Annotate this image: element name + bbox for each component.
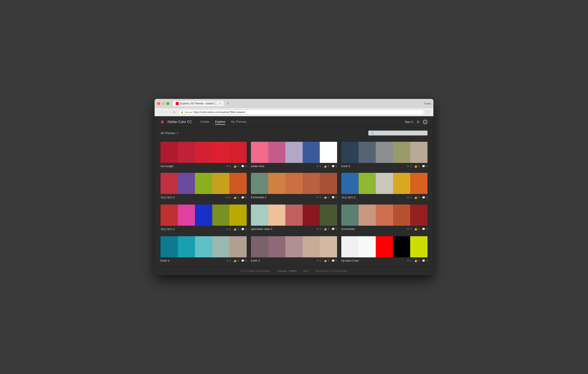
adobe-logo-icon: ⊕ — [160, 119, 166, 124]
active-tab[interactable]: Explore | All Themes - Adobe C... ✕ — [173, 101, 224, 106]
color-swatches[interactable] — [341, 142, 428, 163]
theme-meta: red tonight👁0👍0💬0 — [160, 165, 247, 168]
theme-card: 색상 테마 2👁0👍0💬0 — [160, 204, 247, 231]
footer: ⊙ A Creative Cloud Service Language: Eng… — [155, 267, 433, 275]
new-tab-button[interactable]: + — [225, 101, 231, 107]
color-swatch — [212, 204, 230, 226]
sign-in-button[interactable]: Sign In — [405, 120, 413, 123]
color-swatch — [195, 173, 212, 194]
app-name: Adobe Color CC — [167, 120, 192, 124]
color-swatches[interactable] — [160, 173, 247, 194]
app-header-right: Sign In ⊞ — [405, 120, 428, 124]
tab-close-button[interactable]: ✕ — [219, 102, 221, 105]
theme-card: Earth 5👁0👍0💬0 — [341, 142, 428, 168]
color-swatches[interactable] — [251, 142, 337, 163]
color-swatches[interactable] — [160, 204, 247, 226]
close-button[interactable] — [157, 102, 160, 105]
forward-button[interactable]: › — [164, 109, 170, 115]
color-swatch — [212, 142, 230, 163]
color-swatch — [160, 173, 178, 194]
nav-explore[interactable]: Explore — [215, 119, 225, 125]
search-input[interactable] — [375, 131, 425, 135]
views-stat: 👁0 — [316, 228, 321, 231]
footer-more[interactable]: More — [303, 270, 309, 272]
app-nav: Create Explore My Themes — [200, 119, 246, 125]
title-bar: Explore | All Themes - Adobe C... ✕ + Gu… — [155, 99, 433, 108]
color-swatch — [229, 173, 247, 194]
color-swatch — [160, 236, 178, 257]
likes-stat: 👍0 — [414, 228, 420, 231]
footer-language: Language: English — [277, 270, 296, 272]
apps-grid-icon[interactable]: ⊞ — [417, 120, 420, 124]
color-swatch — [178, 142, 195, 163]
color-swatches[interactable] — [341, 204, 428, 226]
theme-meta: Hp Main Color👁0👍0💬0 — [341, 259, 428, 262]
theme-stats: 👁0👍0💬0 — [316, 196, 337, 199]
color-swatch — [195, 142, 212, 163]
filter-label: All Themes — [160, 131, 175, 135]
color-swatch — [303, 236, 320, 257]
comments-stat: 💬0 — [241, 165, 247, 168]
theme-stats: 👁0👍0💬0 — [316, 165, 337, 168]
comments-stat: 💬0 — [332, 196, 337, 199]
comments-stat: 💬0 — [422, 259, 428, 262]
theme-name: 색상 테마 2 — [160, 227, 174, 231]
back-button[interactable]: ‹ — [157, 109, 163, 115]
theme-stats: 👁0👍0💬0 — [407, 165, 428, 168]
likes-stat: 👍0 — [233, 228, 239, 231]
theme-meta: Esmeralda👁0👍0💬0 — [341, 227, 428, 231]
color-swatch — [341, 204, 359, 226]
url-bar[interactable]: 🔒 Secure https://color.adobe.com/explore… — [179, 110, 424, 115]
color-swatch — [229, 236, 247, 257]
views-stat: 👁0 — [316, 165, 321, 168]
theme-name: Hp Main Color — [341, 259, 359, 262]
color-swatch — [359, 173, 376, 194]
color-swatches[interactable] — [251, 236, 337, 257]
theme-stats: 👁0👍0💬0 — [226, 228, 247, 231]
views-stat: 👁0 — [226, 196, 231, 199]
svg-point-0 — [424, 120, 427, 123]
likes-stat: 👍0 — [324, 259, 329, 262]
theme-card: Цветовая тема 3👁0👍0💬0 — [251, 204, 337, 231]
footer-legal: Terms of Use & Privacy Policy — [315, 270, 348, 272]
color-swatch — [320, 236, 337, 257]
theme-name: Esmeralda 2 — [251, 196, 266, 199]
color-swatches[interactable] — [251, 173, 337, 194]
browser-menu-button[interactable]: ⋮ — [425, 109, 431, 115]
color-swatch — [285, 236, 303, 257]
nav-my-themes[interactable]: My Themes — [231, 119, 246, 125]
color-swatches[interactable] — [160, 236, 247, 257]
color-swatch — [320, 173, 337, 194]
comments-stat: 💬0 — [332, 165, 337, 168]
refresh-button[interactable]: ↻ — [171, 109, 177, 115]
color-swatches[interactable] — [341, 236, 428, 257]
theme-meta: winter-time👁0👍0💬0 — [251, 165, 337, 168]
color-swatch — [410, 204, 428, 226]
maximize-button[interactable] — [167, 102, 169, 105]
theme-meta: Цветовая тема 3👁0👍0💬0 — [251, 227, 337, 231]
color-swatches[interactable] — [251, 204, 337, 226]
color-swatches[interactable] — [341, 173, 428, 194]
nav-create[interactable]: Create — [200, 119, 209, 125]
views-stat: 👁0 — [407, 228, 412, 231]
views-stat: 👁0 — [226, 259, 231, 262]
themes-grid: red tonight👁0👍0💬0winter-time👁0👍0💬0Earth … — [160, 142, 428, 262]
footer-language-link[interactable]: English — [289, 270, 296, 272]
color-swatch — [212, 173, 230, 194]
theme-name: Earth 4 — [160, 259, 169, 262]
theme-meta: Earth 3👁0👍0💬0 — [251, 259, 337, 262]
color-swatch — [268, 236, 285, 257]
filter-dropdown[interactable]: All Themes ▼ — [160, 131, 179, 135]
color-swatch — [376, 204, 393, 226]
color-swatches[interactable] — [160, 142, 247, 163]
theme-name: Esmeralda — [341, 227, 354, 231]
theme-name: Earth 5 — [341, 165, 350, 168]
color-swatch — [359, 204, 376, 226]
likes-stat: 👍0 — [414, 259, 420, 262]
theme-meta: Esmeralda 2👁0👍0💬0 — [251, 196, 337, 199]
minimize-button[interactable] — [162, 102, 165, 105]
filter-arrow-icon: ▼ — [177, 132, 179, 134]
theme-name: Earth 3 — [251, 259, 260, 262]
creative-cloud-icon[interactable] — [423, 120, 428, 124]
color-swatch — [251, 142, 268, 163]
